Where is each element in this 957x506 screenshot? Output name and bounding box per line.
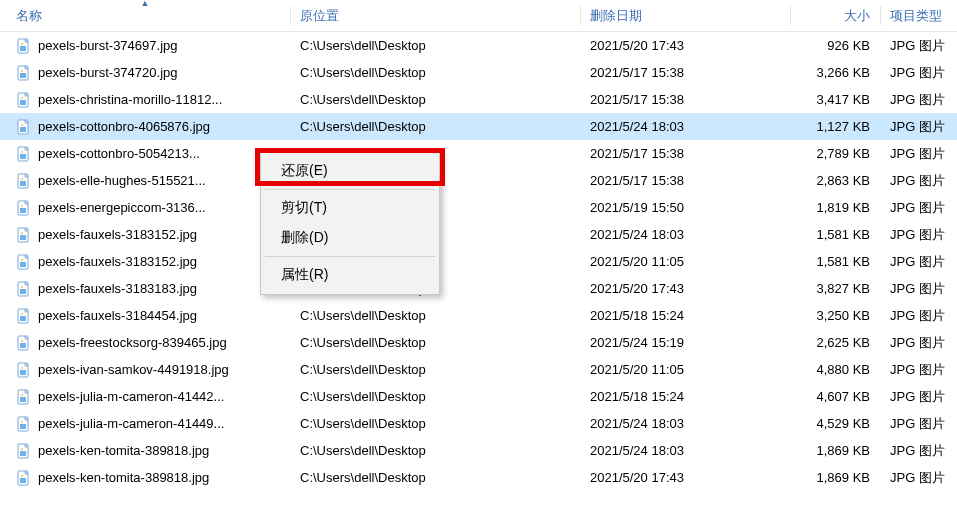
svg-point-14	[21, 151, 23, 153]
header-original-location[interactable]: 原位置	[290, 0, 580, 31]
table-row[interactable]: pexels-cottonbro-4065876.jpgC:\Users\del…	[0, 113, 957, 140]
header-size-label: 大小	[844, 7, 870, 25]
file-size: 1,869 KB	[790, 470, 880, 485]
file-name: pexels-burst-374697.jpg	[38, 38, 177, 53]
file-size: 3,250 KB	[790, 308, 880, 323]
image-file-icon	[16, 470, 32, 486]
table-row[interactable]: pexels-julia-m-cameron-41442...C:\Users\…	[0, 383, 957, 410]
header-date-label: 删除日期	[590, 7, 642, 25]
file-location: C:\Users\dell\Desktop	[290, 92, 580, 107]
file-size: 4,880 KB	[790, 362, 880, 377]
file-size: 3,417 KB	[790, 92, 880, 107]
ctx-separator	[265, 189, 435, 190]
file-location: C:\Users\dell\Desktop	[290, 119, 580, 134]
ctx-cut[interactable]: 剪切(T)	[263, 193, 437, 223]
sort-indicator-icon: ▲	[141, 0, 150, 8]
file-name: pexels-ivan-samkov-4491918.jpg	[38, 362, 229, 377]
file-size: 1,819 KB	[790, 200, 880, 215]
svg-point-35	[21, 340, 23, 342]
svg-point-44	[21, 421, 23, 423]
file-type: JPG 图片	[880, 442, 957, 460]
file-date: 2021/5/24 18:03	[580, 227, 790, 242]
svg-point-11	[21, 124, 23, 126]
svg-rect-25	[20, 262, 26, 267]
image-file-icon	[16, 38, 32, 54]
file-date: 2021/5/20 17:43	[580, 281, 790, 296]
image-file-icon	[16, 443, 32, 459]
svg-point-2	[21, 43, 23, 45]
svg-rect-34	[20, 343, 26, 348]
svg-point-29	[21, 286, 23, 288]
file-name: pexels-cottonbro-5054213...	[38, 146, 200, 161]
image-file-icon	[16, 416, 32, 432]
header-size[interactable]: 大小	[790, 0, 880, 31]
file-date: 2021/5/17 15:38	[580, 65, 790, 80]
table-row[interactable]: pexels-ivan-samkov-4491918.jpgC:\Users\d…	[0, 356, 957, 383]
file-type: JPG 图片	[880, 280, 957, 298]
ctx-delete[interactable]: 删除(D)	[263, 223, 437, 253]
file-name: pexels-elle-hughes-515521...	[38, 173, 206, 188]
file-size: 3,266 KB	[790, 65, 880, 80]
file-date: 2021/5/20 17:43	[580, 470, 790, 485]
svg-rect-1	[20, 46, 26, 51]
table-row[interactable]: pexels-cottonbro-5054213...C:\Users\dell…	[0, 140, 957, 167]
ctx-restore[interactable]: 还原(E)	[263, 156, 437, 186]
svg-rect-22	[20, 235, 26, 240]
file-location: C:\Users\dell\Desktop	[290, 308, 580, 323]
file-type: JPG 图片	[880, 37, 957, 55]
file-type: JPG 图片	[880, 334, 957, 352]
file-name: pexels-julia-m-cameron-41449...	[38, 416, 224, 431]
header-name-label: 名称	[16, 7, 42, 25]
file-type: JPG 图片	[880, 118, 957, 136]
file-location: C:\Users\dell\Desktop	[290, 470, 580, 485]
ctx-properties[interactable]: 属性(R)	[263, 260, 437, 290]
table-row[interactable]: pexels-burst-374720.jpgC:\Users\dell\Des…	[0, 59, 957, 86]
header-name[interactable]: ▲ 名称	[0, 0, 290, 31]
table-row[interactable]: pexels-fauxels-3183152.jpgC:\Users\dell\…	[0, 248, 957, 275]
image-file-icon	[16, 227, 32, 243]
column-headers: ▲ 名称 原位置 删除日期 大小 项目类型	[0, 0, 957, 32]
table-row[interactable]: pexels-christina-morillo-11812...C:\User…	[0, 86, 957, 113]
file-size: 2,789 KB	[790, 146, 880, 161]
svg-point-26	[21, 259, 23, 261]
file-size: 2,625 KB	[790, 335, 880, 350]
file-type: JPG 图片	[880, 307, 957, 325]
header-date-deleted[interactable]: 删除日期	[580, 0, 790, 31]
file-type: JPG 图片	[880, 64, 957, 82]
file-type: JPG 图片	[880, 145, 957, 163]
file-name: pexels-freestocksorg-839465.jpg	[38, 335, 227, 350]
svg-rect-37	[20, 370, 26, 375]
table-row[interactable]: pexels-energepiccom-3136...C:\Users\dell…	[0, 194, 957, 221]
file-date: 2021/5/24 18:03	[580, 416, 790, 431]
image-file-icon	[16, 254, 32, 270]
svg-point-23	[21, 232, 23, 234]
table-row[interactable]: pexels-burst-374697.jpgC:\Users\dell\Des…	[0, 32, 957, 59]
table-row[interactable]: pexels-ken-tomita-389818.jpgC:\Users\del…	[0, 464, 957, 491]
table-row[interactable]: pexels-fauxels-3183183.jpgC:\Users\dell\…	[0, 275, 957, 302]
file-name: pexels-ken-tomita-389818.jpg	[38, 470, 209, 485]
table-row[interactable]: pexels-freestocksorg-839465.jpgC:\Users\…	[0, 329, 957, 356]
file-type: JPG 图片	[880, 253, 957, 271]
file-type: JPG 图片	[880, 388, 957, 406]
file-date: 2021/5/18 15:24	[580, 308, 790, 323]
file-size: 1,127 KB	[790, 119, 880, 134]
table-row[interactable]: pexels-ken-tomita-389818.jpgC:\Users\del…	[0, 437, 957, 464]
image-file-icon	[16, 389, 32, 405]
file-location: C:\Users\dell\Desktop	[290, 443, 580, 458]
file-date: 2021/5/18 15:24	[580, 389, 790, 404]
svg-rect-13	[20, 154, 26, 159]
image-file-icon	[16, 281, 32, 297]
file-name: pexels-fauxels-3183152.jpg	[38, 254, 197, 269]
svg-rect-43	[20, 424, 26, 429]
file-name: pexels-cottonbro-4065876.jpg	[38, 119, 210, 134]
table-row[interactable]: pexels-fauxels-3183152.jpgC:\Users\dell\…	[0, 221, 957, 248]
table-row[interactable]: pexels-julia-m-cameron-41449...C:\Users\…	[0, 410, 957, 437]
header-item-type[interactable]: 项目类型	[880, 0, 957, 31]
file-name: pexels-ken-tomita-389818.jpg	[38, 443, 209, 458]
table-row[interactable]: pexels-elle-hughes-515521...C:\Users\del…	[0, 167, 957, 194]
svg-point-50	[21, 475, 23, 477]
svg-rect-7	[20, 100, 26, 105]
file-name: pexels-julia-m-cameron-41442...	[38, 389, 224, 404]
table-row[interactable]: pexels-fauxels-3184454.jpgC:\Users\dell\…	[0, 302, 957, 329]
image-file-icon	[16, 119, 32, 135]
